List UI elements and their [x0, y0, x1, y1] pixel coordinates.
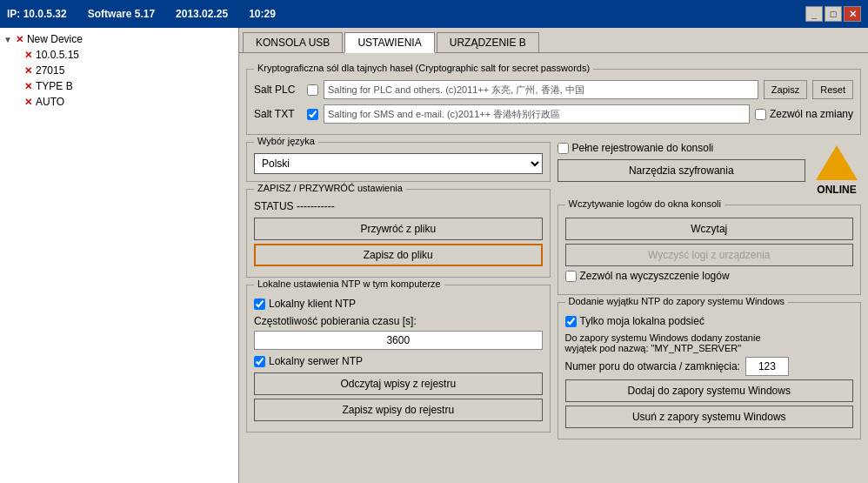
expand-icon: ▼ [3, 35, 12, 44]
item-0-x-icon: ✕ [24, 50, 32, 61]
save-group-title: ZAPISZ / PRZYWRÓĆ ustawienia [254, 183, 406, 193]
maximize-button[interactable]: □ [825, 6, 842, 22]
salt-zezwol-label: Zezwól na zmiany [755, 108, 853, 120]
salt-plc-input[interactable] [324, 80, 758, 99]
sidebar-item-0[interactable]: ✕ 10.0.5.15 [3, 47, 235, 63]
close-button[interactable]: ✕ [844, 6, 861, 22]
salt-zezwol-checkbox[interactable] [755, 109, 766, 120]
save-button[interactable]: Zapisz do pliku [254, 244, 543, 266]
ntp-local-group: Lokalne ustawienia NTP w tym komputerze … [246, 285, 551, 433]
port-row: Numer poru do otwarcia / zamknięcia: [565, 357, 854, 376]
klient-ntp-label: Lokalny klient NTP [254, 298, 356, 310]
firewall-desc2: wyjątek pod nazwą: "MY_NTP_SERVER" [565, 343, 854, 353]
console-group: Wczytywanie logów do okna konsoli Wczyta… [558, 205, 862, 295]
sidebar-root-label: New Device [27, 33, 83, 45]
lang-group-title: Wybór języka [254, 136, 318, 146]
salt-txt-label: Salt TXT [254, 108, 302, 120]
title-ip: IP: 10.0.5.32 [7, 8, 67, 20]
right-panel: KONSOLA USB USTAWIENIA URZĄDZENIE B Kryp… [239, 28, 868, 483]
tab-urzadzenie-b[interactable]: URZĄDZENIE B [437, 32, 539, 52]
salt-group-title: Kryptograficzna sól dla tajnych haseł (C… [254, 63, 593, 73]
zapisz-wpisy-button[interactable]: Zapisz wpisy do rejestru [254, 399, 543, 421]
item-1-x-icon: ✕ [24, 65, 32, 77]
salt-group: Kryptograficzna sól dla tajnych haseł (C… [246, 69, 861, 135]
freq-label: Częstotliwość pobierania czasu [s]: [254, 315, 543, 327]
language-select[interactable]: Polski English Deutsch Français [254, 153, 543, 174]
dodaj-button[interactable]: Dodaj do zapory systemu Windows [565, 379, 854, 402]
serwer-ntp-label: Lokalny serwer NTP [254, 355, 363, 367]
zezwol-logi-label: Zezwól na wyczyszczenie logów [565, 270, 854, 282]
tylko-label: Tylko moja lokalna podsieć [565, 315, 854, 327]
sidebar: ▼ ✕ New Device ✕ 10.0.5.15 ✕ 27015 ✕ TYP… [0, 28, 239, 483]
restore-button[interactable]: Przywróć z pliku [254, 218, 543, 240]
sidebar-item-1-label: 27015 [36, 64, 64, 77]
status-line: STATUS ----------- [254, 200, 543, 212]
sidebar-item-1[interactable]: ✕ 27015 [3, 63, 235, 78]
firewall-desc1: Do zapory systemu Windows dodany zostani… [565, 332, 854, 343]
port-label: Numer poru do otwarcia / zamknięcia: [565, 360, 740, 372]
sidebar-item-3[interactable]: ✕ AUTO [3, 94, 235, 110]
sidebar-root-item[interactable]: ▼ ✕ New Device [3, 31, 235, 47]
pelne-label: Pełne rejestrowanie do konsoli [558, 142, 806, 154]
tabs-bar: KONSOLA USB USTAWIENIA URZĄDZENIE B [239, 28, 868, 53]
port-input[interactable] [745, 357, 789, 376]
sidebar-item-3-label: AUTO [36, 96, 64, 108]
save-restore-group: ZAPISZ / PRZYWRÓĆ ustawienia STATUS ----… [246, 189, 551, 278]
salt-plc-checkbox[interactable] [307, 84, 318, 96]
wczytaj-button[interactable]: Wczytaj [565, 218, 854, 240]
online-triangle-icon [816, 145, 858, 180]
online-text: ONLINE [817, 184, 856, 196]
pelne-checkbox[interactable] [558, 143, 569, 154]
serwer-ntp-checkbox[interactable] [254, 356, 265, 367]
minimize-button[interactable]: _ [805, 6, 823, 22]
title-date: 2013.02.25 [176, 8, 228, 20]
zezwol-logi-checkbox[interactable] [565, 271, 577, 282]
salt-plc-label: Salt PLC [254, 84, 302, 96]
freq-input[interactable] [254, 331, 543, 350]
narzedzia-button[interactable]: Narzędzia szyfrowania [558, 159, 806, 182]
firewall-group: Dodanie wyjątku NTP do zapory systemu Wi… [558, 302, 862, 439]
salt-reset-button[interactable]: Reset [812, 80, 853, 99]
ntp-local-title: Lokalne ustawienia NTP w tym komputerze [254, 278, 444, 289]
console-group-title: Wczytywanie logów do okna konsoli [565, 198, 724, 209]
title-software: Software 5.17 [88, 8, 155, 20]
wyczysc-dev-button[interactable]: Wyczyść logi z urządzenia [565, 244, 854, 266]
title-time: 10:29 [249, 8, 276, 20]
sidebar-item-0-label: 10.0.5.15 [36, 49, 79, 61]
salt-txt-row: Salt TXT Zezwól na zmiany [254, 104, 853, 124]
sidebar-item-2-label: TYPE B [36, 80, 73, 92]
lang-group: Wybór języka Polski English Deutsch Fran… [246, 142, 551, 182]
klient-ntp-checkbox[interactable] [254, 299, 265, 310]
salt-plc-row: Salt PLC Zapisz Reset [254, 80, 853, 99]
salt-txt-checkbox[interactable] [307, 109, 318, 120]
online-badge: ONLINE [812, 142, 861, 199]
sidebar-item-2[interactable]: ✕ TYPE B [3, 78, 235, 94]
firewall-group-title: Dodanie wyjątku NTP do zapory systemu Wi… [565, 296, 789, 306]
item-3-x-icon: ✕ [24, 97, 32, 108]
salt-txt-input[interactable] [324, 104, 750, 124]
tylko-checkbox[interactable] [565, 316, 577, 327]
usun-button[interactable]: Usuń z zapory systemu Windows [565, 406, 854, 428]
main-area: ▼ ✕ New Device ✕ 10.0.5.15 ✕ 27015 ✕ TYP… [0, 28, 868, 483]
content-area: Kryptograficzna sól dla tajnych haseł (C… [239, 53, 868, 483]
odczytaj-button[interactable]: Odczytaj wpisy z rejestru [254, 372, 543, 395]
item-2-x-icon: ✕ [24, 81, 32, 92]
tab-ustawienia[interactable]: USTAWIENIA [344, 32, 434, 53]
salt-zapisz-button[interactable]: Zapisz [764, 80, 807, 99]
title-bar: IP: 10.0.5.32 Software 5.17 2013.02.25 1… [0, 0, 868, 28]
tab-konsola-usb[interactable]: KONSOLA USB [243, 32, 343, 52]
root-x-icon: ✕ [16, 34, 23, 45]
right-column: Pełne rejestrowanie do konsoli Narzędzia… [558, 142, 862, 439]
right-top-controls: Pełne rejestrowanie do konsoli Narzędzia… [558, 142, 806, 185]
left-column: Wybór języka Polski English Deutsch Fran… [246, 142, 551, 439]
two-col-area: Wybór języka Polski English Deutsch Fran… [246, 142, 861, 439]
